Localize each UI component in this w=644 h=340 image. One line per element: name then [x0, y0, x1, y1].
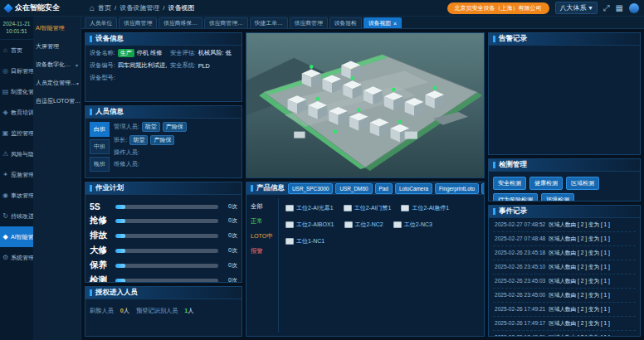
tab-personnel-unit[interactable]: 人员单位: [85, 17, 117, 28]
progress-bar[interactable]: [115, 279, 218, 283]
sidebar-item-monitoring[interactable]: ▣ 监控管理: [0, 123, 33, 143]
sidebar-item-risk[interactable]: ⚠ 风险与隐患: [0, 143, 33, 164]
sidebar-item-system[interactable]: ⚙ 系统管理: [0, 247, 33, 268]
product-buttons: USR_SPC3000 USR_DM60 Pad LotoCamera Fing…: [288, 183, 485, 194]
device-type-button[interactable]: USR_SPC3000: [288, 183, 333, 194]
subnav-item-ai-management[interactable]: AI智能管理: [33, 19, 80, 37]
sidebar-item-home[interactable]: ⌂ 首页: [0, 40, 33, 61]
tab-supplier-1[interactable]: 供应商管理: [119, 17, 157, 28]
subnav-item-personnel-location[interactable]: 人员定位管理… ▾: [33, 74, 80, 92]
filter-alarm[interactable]: 报警: [251, 247, 278, 255]
user-avatar[interactable]: [629, 3, 639, 13]
event-text: 区域人数由 [ 2 ] 变为 [ 1 ]: [549, 320, 610, 328]
breadcrumb-device-mgmt[interactable]: 设备设施管理: [120, 3, 159, 12]
tab-device-inspection[interactable]: 设备巡检: [329, 17, 362, 28]
device-label: 工位2-AI急停1: [412, 204, 449, 212]
tab-supplier-2[interactable]: 供应商管理…: [204, 17, 248, 28]
shift-tab-day[interactable]: 白班: [90, 122, 110, 137]
app-logo: 众在智能安全: [5, 2, 81, 13]
diamond-icon: ◆: [2, 233, 9, 240]
tab-label: 供应商管理…: [209, 20, 243, 26]
device-item[interactable]: 工位2-NC2: [344, 221, 383, 229]
panel-title: 设备信息: [95, 34, 124, 44]
panel-body: 全部 正常 LOTO中 报警 工位2-AI光幕1 工位2-AI门禁1 工位2-A…: [246, 195, 484, 336]
device-icon: [401, 205, 409, 211]
plan-count: 0次: [222, 216, 237, 225]
panel-title: 告警记录: [499, 34, 527, 44]
device-type-button[interactable]: USR_DM60: [335, 183, 372, 194]
subnav-item-loto[interactable]: 自适应LOTO管… ▾: [33, 92, 80, 110]
device-item[interactable]: 工位2-NC3: [393, 221, 432, 229]
subnav-item-bigscreen[interactable]: 大屏管理: [33, 37, 80, 56]
system-select[interactable]: 八大体系 ▾: [555, 2, 598, 14]
shift-tab-mid[interactable]: 中班: [90, 139, 110, 154]
sidebar-item-institution[interactable]: ▤ 制度化管理: [0, 81, 33, 102]
progress-bar[interactable]: [115, 205, 218, 209]
document-icon: ▤: [2, 88, 9, 95]
person-chip[interactable]: 产险保: [150, 135, 174, 145]
topbar: 众在智能安全 ⌂ 首页 / 设备设施管理 / 设备视图 北京贝安全设备（上海）有…: [0, 0, 644, 17]
tab-quick-order[interactable]: 快捷工单…: [250, 17, 288, 28]
stat-label: 预登记识别人员: [136, 307, 178, 315]
device-item[interactable]: 工位2-AI光幕1: [285, 204, 334, 212]
panel-accent-icon: [90, 185, 92, 192]
tab-supplier-maintenance[interactable]: 供应商维保…: [159, 17, 202, 28]
event-time: 2025-02-26 23:45:10: [495, 264, 545, 271]
sidebar-item-ai-management[interactable]: ◆ AI智能管理: [0, 226, 33, 247]
event-time: 2025-02-26 17:49:17: [495, 320, 545, 328]
progress-bar[interactable]: [115, 219, 218, 223]
progress-bar[interactable]: [115, 264, 218, 268]
datetime-display: 2024-11-21 10:01:51: [0, 18, 33, 40]
company-button[interactable]: 北京贝安全设备（上海）有限公司: [447, 2, 549, 14]
progress-bar[interactable]: [115, 249, 218, 253]
target-icon: ◎: [2, 67, 9, 75]
event-time: 2025-02-27 07:48:52: [495, 221, 545, 229]
filter-normal[interactable]: 正常: [251, 217, 278, 226]
detect-button[interactable]: 区域检测: [566, 177, 599, 190]
close-icon[interactable]: ×: [393, 21, 397, 27]
plan-label: 保养: [90, 260, 111, 271]
sidebar-item-goals[interactable]: ◎ 目标管理: [0, 61, 33, 81]
fullscreen-icon[interactable]: ⤢: [603, 4, 610, 12]
sidebar-item-accident[interactable]: ◉ 事故管理: [0, 185, 33, 206]
factory-3d-view[interactable]: [246, 32, 485, 178]
person-chip[interactable]: 产险保: [163, 122, 187, 132]
subnav-item-label: 大屏管理: [36, 42, 59, 51]
device-type-button[interactable]: FingerprintLoto: [435, 183, 479, 194]
shift-tab-night[interactable]: 晚班: [90, 157, 110, 172]
event-time: 2025-02-26 23:45:03: [495, 278, 545, 285]
work-plan-row: 大修 0次: [90, 245, 237, 256]
filter-all[interactable]: 全部: [251, 202, 278, 211]
tab-device-view[interactable]: 设备视图 ×: [363, 17, 402, 28]
event-row: 2025-02-26 23:45:03区域人数由 [ 2 ] 变为 [ 1 ]: [493, 274, 636, 289]
person-chip[interactable]: 胡堂: [142, 122, 160, 132]
apps-grid-icon[interactable]: ▦: [616, 4, 623, 12]
device-item[interactable]: 工位2-AIBOX1: [285, 221, 334, 229]
sidebar-item-emergency[interactable]: ✦ 应急管理: [0, 164, 33, 185]
person-chip[interactable]: 胡堂: [129, 135, 148, 145]
work-plan-row: 检测 0次: [90, 274, 237, 282]
sidebar-item-improvement[interactable]: ↻ 持续改进: [0, 206, 33, 226]
device-icon: [344, 221, 353, 228]
device-item[interactable]: 工位2-AI门禁1: [344, 204, 392, 212]
detect-button[interactable]: 健康检测: [529, 177, 563, 190]
detect-button[interactable]: 行为风险检测: [493, 193, 538, 201]
load-button[interactable]: 加载: [481, 183, 485, 194]
sidebar-item-label: 监控管理: [11, 129, 34, 138]
panel-accent-icon: [90, 36, 92, 42]
device-type-button[interactable]: LotoCamera: [395, 183, 432, 194]
detect-button[interactable]: 安全检测: [493, 177, 526, 190]
device-item[interactable]: 工位1-NC1: [285, 237, 324, 245]
device-type-button[interactable]: Pad: [375, 183, 393, 194]
panel-accent-icon: [90, 109, 92, 115]
subnav-item-device-digital[interactable]: 设备数字化… ▾: [33, 56, 80, 74]
progress-bar[interactable]: [115, 234, 218, 238]
sidebar-item-training[interactable]: ◈ 教育培训: [0, 102, 33, 123]
breadcrumb-home[interactable]: 首页: [98, 3, 111, 12]
filter-loto[interactable]: LOTO中: [251, 232, 278, 240]
tab-supplier-3[interactable]: 供应商管理: [290, 17, 328, 28]
detect-button[interactable]: 环境检测: [541, 193, 574, 201]
panel-title: 检测管理: [499, 160, 527, 170]
panel-title: 授权进入人员: [95, 288, 138, 298]
device-item[interactable]: 工位2-AI急停1: [401, 204, 449, 212]
